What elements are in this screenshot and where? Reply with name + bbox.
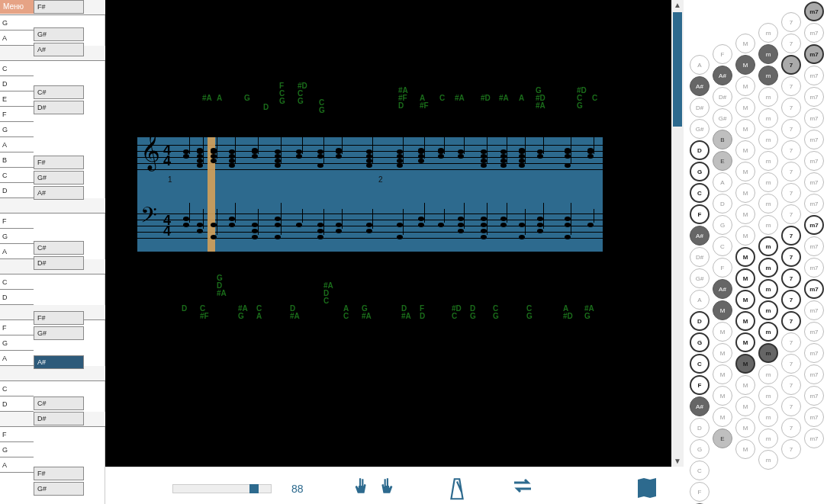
accordion-button[interactable]: 7 — [781, 34, 801, 53]
accordion-button[interactable]: 7 — [781, 76, 801, 96]
black-key[interactable]: F# — [34, 156, 84, 169]
menu-button[interactable]: Меню — [0, 0, 34, 14]
accordion-button[interactable]: D — [690, 418, 710, 438]
accordion-button[interactable]: M — [735, 375, 755, 395]
accordion-button[interactable]: 7 — [781, 290, 801, 310]
accordion-button[interactable]: m7 — [804, 108, 824, 128]
scrollbar-thumb[interactable] — [673, 12, 682, 127]
accordion-button[interactable]: 7 — [781, 311, 801, 331]
accordion-button[interactable]: D# — [713, 87, 732, 107]
accordion-button[interactable]: m7 — [804, 2, 824, 21]
accordion-button[interactable]: m7 — [804, 194, 824, 213]
accordion-button[interactable]: m — [758, 44, 778, 64]
accordion-button[interactable]: m7 — [804, 151, 824, 171]
vertical-scrollbar[interactable]: ▲ ▼ — [671, 0, 684, 467]
accordion-button[interactable]: M — [713, 386, 732, 406]
black-key[interactable]: G# — [34, 482, 84, 496]
accordion-button[interactable]: 7 — [781, 226, 801, 246]
white-key[interactable]: G — [0, 442, 34, 457]
accordion-button[interactable]: M — [713, 364, 732, 384]
accordion-button[interactable]: G — [713, 215, 732, 235]
black-key[interactable]: A# — [34, 43, 84, 56]
accordion-button[interactable]: C — [690, 461, 710, 480]
accordion-button[interactable]: F — [713, 258, 732, 278]
accordion-button[interactable]: C — [690, 183, 710, 203]
white-key[interactable]: A — [0, 30, 34, 46]
accordion-button[interactable]: m7 — [804, 343, 824, 363]
accordion-button[interactable]: m — [758, 215, 778, 235]
accordion-button[interactable]: m7 — [804, 236, 824, 256]
accordion-button[interactable]: M — [735, 76, 755, 96]
black-key[interactable]: C# — [34, 85, 84, 99]
accordion-button[interactable]: M — [735, 34, 755, 53]
accordion-button[interactable]: 7 — [781, 439, 801, 459]
white-key[interactable]: F — [0, 427, 34, 442]
accordion-button[interactable]: m7 — [804, 279, 824, 299]
tempo-slider-thumb[interactable] — [249, 484, 259, 493]
accordion-button[interactable]: M — [735, 162, 755, 181]
accordion-button[interactable]: 7 — [781, 418, 801, 438]
accordion-button[interactable]: m7 — [804, 23, 824, 43]
white-key[interactable]: F — [0, 107, 34, 122]
map-icon[interactable] — [636, 477, 658, 499]
white-key[interactable]: C — [0, 168, 34, 183]
accordion-button[interactable]: 7 — [781, 396, 801, 416]
accordion-button[interactable]: G# — [690, 119, 710, 139]
accordion-button[interactable]: m — [758, 407, 778, 427]
accordion-button[interactable]: m — [758, 66, 778, 85]
accordion-button[interactable]: M — [735, 290, 755, 310]
black-key[interactable]: G# — [34, 171, 84, 185]
black-key[interactable]: F# — [34, 311, 84, 325]
accordion-button[interactable]: D# — [690, 98, 710, 117]
black-key[interactable]: D# — [34, 412, 84, 425]
accordion-button[interactable]: 7 — [781, 119, 801, 139]
accordion-button[interactable]: 7 — [781, 354, 801, 374]
black-key[interactable]: C# — [34, 396, 84, 410]
accordion-button[interactable]: E — [713, 429, 732, 448]
accordion-button[interactable]: M — [735, 268, 755, 288]
accordion-button[interactable]: G — [690, 162, 710, 181]
accordion-button[interactable]: m — [758, 322, 778, 342]
scroll-down-icon[interactable]: ▼ — [671, 456, 684, 467]
accordion-button[interactable]: m — [758, 172, 778, 192]
accordion-button[interactable]: 7 — [781, 162, 801, 181]
white-key[interactable]: F — [0, 213, 34, 229]
accordion-button[interactable]: D — [690, 140, 710, 160]
accordion-button[interactable]: M — [713, 407, 732, 427]
black-key[interactable]: G# — [34, 27, 84, 41]
white-key[interactable]: F — [0, 320, 34, 335]
white-key[interactable]: G — [0, 122, 34, 137]
accordion-button[interactable]: M — [735, 183, 755, 203]
accordion-button[interactable]: M — [735, 204, 755, 224]
accordion-button[interactable]: F — [713, 44, 732, 64]
black-key[interactable]: D# — [34, 256, 84, 270]
accordion-button[interactable]: G — [690, 332, 710, 352]
accordion-button[interactable]: M — [735, 140, 755, 160]
accordion-button[interactable]: A — [690, 55, 710, 75]
white-key[interactable]: C — [0, 274, 34, 290]
accordion-button[interactable]: 7 — [781, 140, 801, 160]
accordion-button[interactable]: 7 — [781, 375, 801, 395]
accordion-button[interactable]: M — [735, 55, 755, 75]
black-key[interactable]: C# — [34, 241, 84, 255]
accordion-button[interactable]: 7 — [781, 204, 801, 224]
accordion-button[interactable]: 7 — [781, 332, 801, 352]
accordion-button[interactable]: 7 — [781, 183, 801, 203]
white-key[interactable]: D — [0, 183, 34, 198]
black-key[interactable]: G# — [34, 326, 84, 340]
accordion-button[interactable]: M — [735, 418, 755, 438]
accordion-button[interactable]: M — [713, 300, 732, 320]
accordion-button[interactable]: m7 — [804, 44, 824, 64]
black-key[interactable]: A# — [34, 186, 84, 200]
accordion-button[interactable]: m — [758, 194, 778, 213]
accordion-button[interactable]: m7 — [804, 258, 824, 278]
accordion-button[interactable]: m — [758, 343, 778, 363]
score-viewport[interactable]: 𝄞 𝄢 44 44 1 2 #AAGDF C G#D C GC G#A #F D… — [105, 0, 671, 467]
tempo-slider[interactable] — [172, 484, 272, 493]
metronome-icon[interactable] — [447, 477, 467, 499]
accordion-button[interactable]: A# — [690, 76, 710, 96]
accordion-button[interactable]: F — [690, 375, 710, 395]
accordion-button[interactable]: m — [758, 87, 778, 107]
accordion-button[interactable]: G# — [713, 108, 732, 128]
left-hand-icon[interactable] — [349, 477, 369, 499]
